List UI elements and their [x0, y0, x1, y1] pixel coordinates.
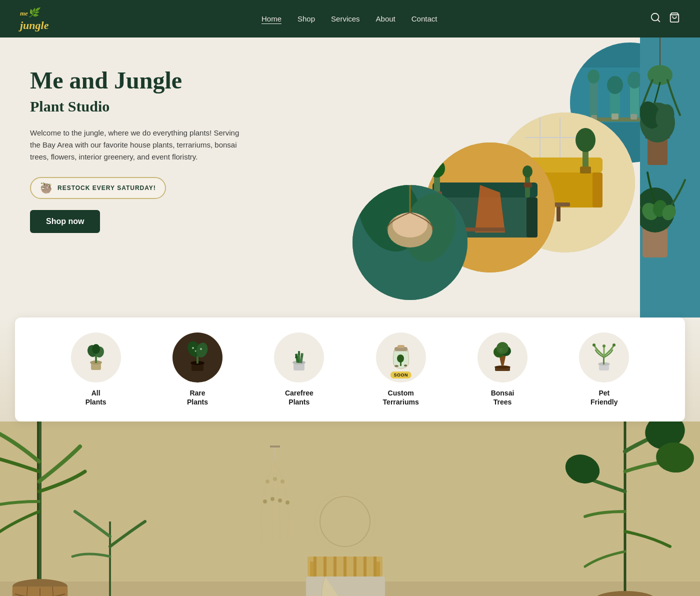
- hero-svg: [300, 38, 700, 318]
- carefree-plants-label: CarefreePlants: [285, 388, 314, 406]
- rare-plants-icon: [180, 340, 215, 375]
- nav-item-shop[interactable]: Shop: [298, 14, 315, 24]
- restock-text: RESTOCK EVERY SATURDAY!: [58, 184, 156, 192]
- svg-point-50: [397, 187, 464, 268]
- nav-link-home[interactable]: Home: [262, 14, 282, 23]
- nav-links: Home Shop Services About Contact: [262, 14, 438, 24]
- cart-icon: [669, 12, 680, 23]
- nav-link-about[interactable]: About: [376, 14, 396, 23]
- svg-rect-13: [612, 114, 618, 120]
- svg-point-94: [394, 365, 398, 367]
- svg-point-4: [570, 42, 690, 162]
- svg-point-52: [388, 212, 432, 248]
- svg-point-103: [499, 348, 503, 352]
- svg-rect-26: [530, 202, 570, 206]
- svg-point-124: [273, 477, 277, 481]
- svg-point-44: [429, 160, 445, 178]
- svg-point-47: [352, 185, 468, 300]
- nav-link-shop[interactable]: Shop: [298, 14, 315, 23]
- hero-subtitle: Plant Studio: [30, 98, 260, 115]
- nav-link-services[interactable]: Services: [331, 14, 360, 23]
- svg-rect-48: [352, 185, 468, 300]
- svg-point-9: [607, 76, 623, 94]
- svg-point-129: [286, 500, 290, 504]
- custom-terrariums-icon: [384, 340, 418, 375]
- svg-point-65: [635, 188, 675, 232]
- svg-rect-43: [434, 170, 440, 192]
- svg-point-126: [263, 500, 267, 504]
- svg-point-104: [496, 350, 500, 352]
- svg-point-108: [592, 344, 596, 346]
- svg-rect-25: [580, 166, 591, 174]
- nav-item-home[interactable]: Home: [262, 14, 282, 24]
- hero-section: Me and Jungle Plant Studio Welcome to th…: [0, 38, 700, 318]
- svg-point-68: [660, 202, 678, 222]
- svg-rect-58: [648, 138, 668, 165]
- svg-rect-5: [580, 118, 680, 122]
- nav-item-contact[interactable]: Contact: [412, 14, 438, 24]
- hero-title: Me and Jungle: [30, 68, 260, 94]
- category-custom-terrariums[interactable]: SOON CustomTerrariums: [368, 332, 434, 406]
- svg-point-64: [641, 224, 669, 230]
- svg-rect-8: [610, 88, 620, 118]
- nav-item-about[interactable]: About: [376, 14, 396, 24]
- bonsai-trees-label: BonsaiTrees: [491, 388, 514, 406]
- svg-rect-19: [510, 168, 600, 208]
- svg-point-123: [266, 480, 270, 484]
- svg-point-16: [495, 112, 635, 252]
- all-plants-icon-wrapper: [71, 332, 121, 382]
- all-plants-label: AllPlants: [86, 388, 106, 406]
- category-pet-friendly[interactable]: PetFriendly: [572, 332, 636, 406]
- svg-rect-21: [508, 172, 518, 208]
- category-rare-plants[interactable]: RarePlants: [165, 332, 230, 406]
- custom-terrariums-label: CustomTerrariums: [383, 388, 419, 406]
- svg-point-32: [425, 142, 555, 272]
- soon-badge: SOON: [390, 372, 412, 378]
- svg-rect-14: [630, 114, 637, 120]
- category-carefree-plants[interactable]: CarefreePlants: [266, 332, 332, 406]
- svg-rect-55: [640, 38, 700, 318]
- svg-rect-35: [435, 192, 535, 238]
- svg-point-46: [352, 185, 468, 300]
- logo[interactable]: me🌿 jungle: [20, 6, 48, 32]
- svg-point-49: [348, 164, 432, 260]
- navbar: me🌿 jungle Home Shop Services About Cont…: [0, 0, 700, 38]
- logo-text: me🌿 jungle: [20, 6, 48, 32]
- svg-point-17: [495, 112, 635, 252]
- svg-point-74: [92, 344, 100, 354]
- rare-plants-icon-wrapper: [172, 332, 222, 382]
- svg-point-95: [404, 364, 407, 366]
- svg-rect-37: [432, 198, 444, 238]
- bottom-section: [0, 422, 700, 596]
- svg-point-80: [192, 347, 194, 349]
- bonsai-trees-icon-wrapper: [478, 332, 528, 382]
- svg-point-81: [194, 350, 196, 352]
- shop-now-button[interactable]: Shop now: [30, 210, 100, 233]
- svg-point-67: [652, 199, 668, 218]
- svg-point-7: [588, 70, 600, 84]
- svg-point-93: [397, 354, 404, 362]
- svg-point-66: [639, 200, 661, 223]
- svg-point-33: [425, 142, 555, 272]
- svg-point-11: [628, 72, 642, 88]
- svg-point-128: [278, 498, 282, 502]
- svg-rect-27: [538, 206, 542, 222]
- svg-rect-20: [508, 158, 602, 172]
- svg-rect-34: [425, 142, 555, 272]
- svg-point-61: [636, 98, 664, 132]
- cart-button[interactable]: [669, 12, 680, 26]
- category-all-plants[interactable]: AllPlants: [64, 332, 128, 406]
- svg-point-60: [640, 102, 675, 142]
- search-button[interactable]: [650, 12, 661, 26]
- svg-point-57: [648, 65, 672, 85]
- svg-point-53: [392, 212, 428, 238]
- pet-friendly-icon-wrapper: [579, 332, 629, 382]
- svg-rect-97: [398, 345, 404, 348]
- svg-point-24: [576, 128, 596, 152]
- nav-link-contact[interactable]: Contact: [412, 14, 438, 23]
- svg-rect-22: [592, 172, 602, 208]
- category-bonsai-trees[interactable]: BonsaiTrees: [470, 332, 535, 406]
- nav-item-services[interactable]: Services: [331, 14, 360, 24]
- carefree-plants-icon: [282, 340, 316, 375]
- svg-rect-54: [640, 38, 700, 318]
